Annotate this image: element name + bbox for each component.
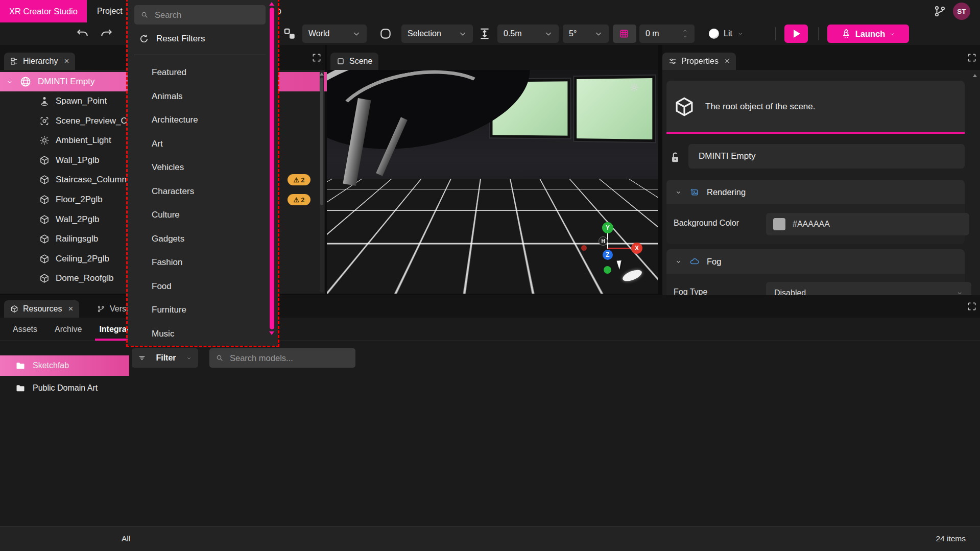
close-icon[interactable]: × — [725, 56, 730, 66]
subtab-assets[interactable]: Assets — [13, 325, 37, 334]
category-item-animals[interactable]: Animals — [128, 85, 270, 109]
category-item-characters[interactable]: Characters — [128, 180, 270, 204]
close-icon[interactable]: × — [64, 56, 69, 66]
background-color-field[interactable]: #AAAAAA — [766, 213, 969, 235]
category-item-vehicles[interactable]: Vehicles — [128, 156, 270, 180]
subtab-integrations[interactable]: Integrat — [99, 325, 129, 334]
white-blob — [621, 268, 643, 283]
category-item-culture[interactable]: Culture — [128, 203, 270, 227]
tab-resources[interactable]: Resources × — [4, 300, 79, 318]
warning-badge[interactable]: ⚠ 2 — [288, 194, 310, 205]
chevron-down-icon[interactable] — [6, 79, 13, 85]
subtab-active-underline — [95, 339, 131, 341]
category-item-food[interactable]: Food — [128, 275, 270, 299]
expand-panel-icon[interactable] — [967, 301, 977, 312]
fog-type-dropdown[interactable]: Disabled — [766, 282, 971, 295]
object-name-field[interactable]: DMINTI Empty — [688, 144, 965, 169]
category-scrollbar[interactable] — [269, 2, 274, 343]
gizmo-x-handle[interactable]: X — [631, 243, 642, 254]
category-search[interactable] — [134, 5, 266, 25]
scrollbar-thumb[interactable] — [270, 8, 274, 329]
scrollbar-thumb[interactable] — [320, 78, 323, 205]
warning-badge[interactable]: ⚠ 2 — [288, 174, 310, 185]
filter-button[interactable]: Filter — [132, 348, 198, 368]
fog-section-header[interactable]: Fog — [666, 249, 965, 274]
category-item-art[interactable]: Art — [128, 132, 270, 156]
transform-space-icon[interactable] — [283, 27, 296, 40]
scroll-up-icon[interactable] — [973, 74, 977, 77]
shading-sphere-icon — [709, 29, 719, 39]
category-item-furniture[interactable]: Furniture — [128, 298, 270, 322]
world-dropdown[interactable]: World — [302, 25, 367, 43]
scroll-up-icon[interactable] — [320, 73, 324, 76]
folder-sketchfab[interactable]: Sketchfab — [0, 355, 129, 376]
version-control-icon[interactable] — [934, 5, 947, 18]
branch-icon — [97, 305, 105, 313]
lock-open-icon[interactable] — [668, 151, 682, 164]
transform-gizmo[interactable]: Y H X Z — [567, 218, 654, 290]
close-icon[interactable]: × — [68, 304, 73, 314]
tab-scene-label: Scene — [349, 57, 372, 66]
hierarchy-scrollbar[interactable] — [320, 71, 324, 293]
fog-type-value: Disabled — [774, 289, 806, 295]
reset-filters-button[interactable]: Reset Filters — [139, 30, 205, 48]
sliders-icon — [668, 57, 677, 65]
scroll-down-icon[interactable] — [269, 331, 274, 335]
reset-icon — [139, 34, 149, 44]
gizmo-y-handle[interactable]: Y — [602, 222, 613, 233]
expand-panel-icon[interactable] — [967, 53, 977, 63]
stepper-arrows[interactable] — [682, 29, 688, 39]
chevron-down-icon — [186, 356, 192, 361]
step-up-icon[interactable] — [682, 29, 688, 33]
grid-toggle-button[interactable] — [613, 25, 636, 43]
redo-icon[interactable] — [100, 27, 113, 40]
selection-dropdown[interactable]: Selection — [401, 25, 473, 43]
footer-filter-all[interactable]: All — [122, 534, 130, 543]
tree-item-label: Spawn_Point — [56, 96, 107, 106]
category-item-music[interactable]: Music — [128, 322, 270, 346]
viewport-3d[interactable]: Y H X Z FFocusQERotateGGrabEscDeselect — [327, 70, 658, 294]
fog-section-body: Fog Type Disabled — [666, 274, 965, 295]
user-avatar[interactable]: ST — [953, 3, 970, 20]
subtab-archive[interactable]: Archive — [55, 325, 82, 334]
cube-icon — [674, 96, 695, 117]
scroll-up-icon[interactable] — [269, 2, 274, 6]
menu-project[interactable]: Project — [91, 0, 129, 22]
shading-dropdown[interactable]: Lit — [709, 25, 744, 43]
tree-item-label: Wall_1Pglb — [56, 155, 99, 165]
gizmo-z-handle[interactable]: Z — [603, 250, 613, 260]
models-search[interactable] — [209, 348, 355, 368]
category-item-architecture[interactable]: Architecture — [128, 108, 270, 132]
elevation-stepper[interactable]: 0 m — [639, 25, 695, 43]
category-item-fashion[interactable]: Fashion — [128, 251, 270, 275]
gizmo-h-handle[interactable]: H — [599, 236, 608, 246]
folder-icon — [15, 361, 26, 371]
launch-button[interactable]: Launch — [827, 25, 909, 43]
folder-public-domain-art[interactable]: Public Domain Art — [0, 378, 129, 398]
models-search-input[interactable] — [229, 353, 349, 364]
tab-properties[interactable]: Properties × — [662, 53, 736, 70]
folder-label: Sketchfab — [33, 361, 69, 370]
category-search-input[interactable] — [154, 10, 259, 20]
selection-mode-icon[interactable] — [379, 27, 392, 40]
grid-icon — [619, 29, 629, 39]
category-item-featured[interactable]: Featured — [128, 61, 270, 85]
step-down-icon[interactable] — [682, 34, 688, 39]
tab-version-history[interactable]: Versi — [97, 300, 128, 318]
keycap-e: E — [388, 275, 399, 285]
tab-scene[interactable]: Scene — [330, 53, 378, 70]
expand-panel-icon[interactable] — [312, 53, 322, 63]
warning-count: 2 — [301, 196, 304, 204]
snap-move-dropdown[interactable]: 0.5m — [497, 25, 559, 43]
tab-hierarchy[interactable]: Hierarchy × — [4, 53, 75, 70]
color-swatch[interactable] — [773, 218, 785, 230]
chevron-down-icon — [889, 32, 895, 36]
category-item-gadgets[interactable]: Gadgets — [128, 227, 270, 251]
snap-height-icon[interactable] — [478, 27, 491, 40]
snap-rotate-dropdown[interactable]: 5° — [563, 25, 609, 43]
viewport-gear-icon[interactable] — [629, 82, 639, 92]
undo-icon[interactable] — [76, 27, 89, 40]
menu-divider — [134, 55, 266, 55]
play-button[interactable] — [784, 25, 808, 43]
rendering-section-header[interactable]: Rendering — [666, 180, 965, 204]
